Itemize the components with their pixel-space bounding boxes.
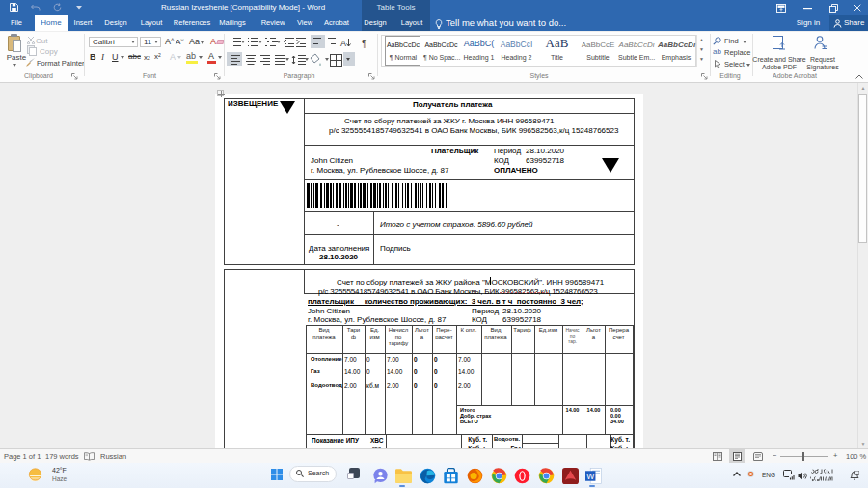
svg-text:¶: ¶ [362, 39, 366, 49]
svg-text:W: W [586, 472, 594, 481]
svg-text:A: A [340, 39, 346, 48]
